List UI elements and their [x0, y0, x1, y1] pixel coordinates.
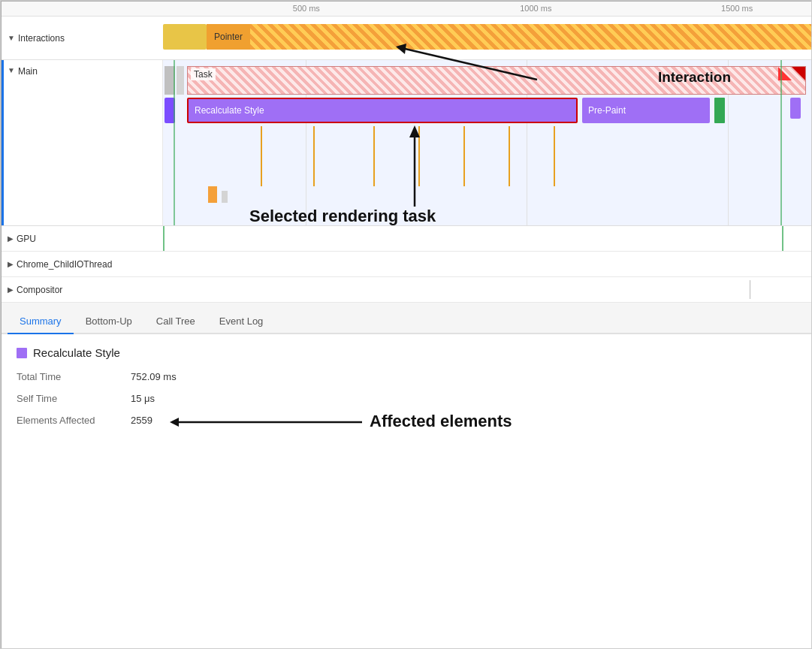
tick-4 — [418, 126, 420, 186]
tabs-bar: Summary Bottom-Up Call Tree Event Log — [2, 303, 812, 334]
tab-call-tree[interactable]: Call Tree — [144, 309, 207, 334]
green-vline-left — [174, 60, 175, 225]
compositor-label: ▶ Compositor — [2, 285, 163, 295]
pointer-hatched — [250, 24, 812, 50]
tab-summary[interactable]: Summary — [8, 309, 74, 334]
gray-block-bottom — [222, 191, 228, 203]
tick-3 — [373, 126, 375, 186]
child-io-collapse-icon[interactable]: ▶ — [8, 260, 14, 268]
affected-arrow — [167, 413, 362, 431]
self-time-value: 15 μs — [131, 393, 155, 404]
main-text: Main — [18, 66, 38, 77]
compositor-row: ▶ Compositor — [2, 277, 812, 303]
collapse-icon[interactable]: ▼ — [8, 34, 15, 42]
compositor-text: Compositor — [17, 285, 62, 295]
main-track-container: ▼ Main Task — [2, 60, 812, 225]
tab-event-log[interactable]: Event Log — [207, 309, 276, 334]
purple-color-swatch — [17, 348, 27, 358]
child-io-row: ▶ Chrome_ChildIOThread — [2, 252, 812, 277]
tick-6 — [509, 126, 510, 186]
total-time-key: Total Time — [17, 371, 122, 382]
purple-block-right — [790, 98, 801, 119]
tick-1 — [261, 126, 262, 186]
main-collapse-icon[interactable]: ▼ — [8, 66, 15, 74]
green-block-mid — [714, 98, 725, 123]
interactions-text: Interactions — [18, 33, 65, 44]
gpu-row: ▶ GPU — [2, 226, 812, 252]
blue-border — [2, 60, 4, 225]
child-io-track — [163, 252, 812, 276]
green-vline-right — [780, 60, 782, 225]
main-label: ▼ Main — [2, 60, 163, 225]
elements-affected-row: Elements Affected 2559 Affected elements — [17, 415, 797, 426]
elements-value: 2559 — [131, 415, 152, 426]
prepaint-bar[interactable]: Pre-Paint — [582, 98, 710, 123]
total-time-row: Total Time 752.09 ms — [17, 371, 797, 382]
tick-7 — [554, 126, 555, 186]
summary-panel: Recalculate Style Total Time 752.09 ms S… — [2, 334, 812, 444]
tick-5 — [463, 126, 465, 186]
gpu-green-line-left — [163, 226, 165, 251]
tab-bottom-up[interactable]: Bottom-Up — [74, 309, 144, 334]
interactions-label: ▼ Interactions — [2, 17, 163, 59]
compositor-collapse-icon[interactable]: ▶ — [8, 285, 14, 294]
gray-block-2 — [177, 66, 184, 95]
time-mark-1500: 1500 ms — [721, 4, 753, 13]
main-track: Task Recalculate Style Pre-Paint — [163, 60, 812, 225]
time-marks: 500 ms 1000 ms 1500 ms — [163, 2, 812, 16]
self-time-key: Self Time — [17, 393, 122, 404]
total-time-value: 752.09 ms — [131, 371, 177, 382]
self-time-row: Self Time 15 μs — [17, 393, 797, 404]
orange-block-1 — [208, 186, 217, 203]
summary-title: Recalculate Style — [17, 346, 797, 359]
recalc-label: Recalculate Style — [195, 105, 264, 116]
time-ruler: 500 ms 1000 ms 1500 ms — [2, 2, 812, 17]
compositor-vline — [750, 280, 750, 299]
summary-title-text: Recalculate Style — [33, 346, 120, 359]
child-io-text: Chrome_ChildIOThread — [17, 259, 112, 270]
time-mark-1000: 1000 ms — [520, 4, 551, 13]
gpu-green-line-right — [782, 226, 783, 251]
affected-annotation: Affected elements — [370, 412, 512, 431]
recalc-style-bar[interactable]: Recalculate Style — [187, 98, 578, 123]
task-bar: Task — [187, 66, 806, 95]
task-red-corner — [792, 67, 805, 80]
task-label: Task — [191, 68, 216, 80]
gpu-label: ▶ GPU — [2, 234, 163, 244]
main-section: ▼ Main Task — [2, 60, 812, 226]
tick-2 — [313, 126, 315, 186]
gpu-collapse-icon[interactable]: ▶ — [8, 234, 14, 243]
pointer-label: Pointer — [207, 24, 250, 50]
time-mark-500: 500 ms — [293, 4, 320, 13]
gpu-text: GPU — [17, 234, 36, 244]
svg-marker-5 — [170, 418, 179, 427]
compositor-track — [163, 277, 812, 302]
pointer-bar: Pointer — [207, 24, 812, 50]
interactions-row: ▼ Interactions Pointer — [2, 17, 812, 60]
prepaint-label: Pre-Paint — [588, 105, 626, 116]
child-io-label: ▶ Chrome_ChildIOThread — [2, 259, 163, 270]
interactions-track: Pointer — [163, 17, 812, 59]
elements-key: Elements Affected — [17, 415, 122, 426]
gpu-track — [163, 226, 812, 251]
pointer-yellow-block — [163, 24, 207, 50]
